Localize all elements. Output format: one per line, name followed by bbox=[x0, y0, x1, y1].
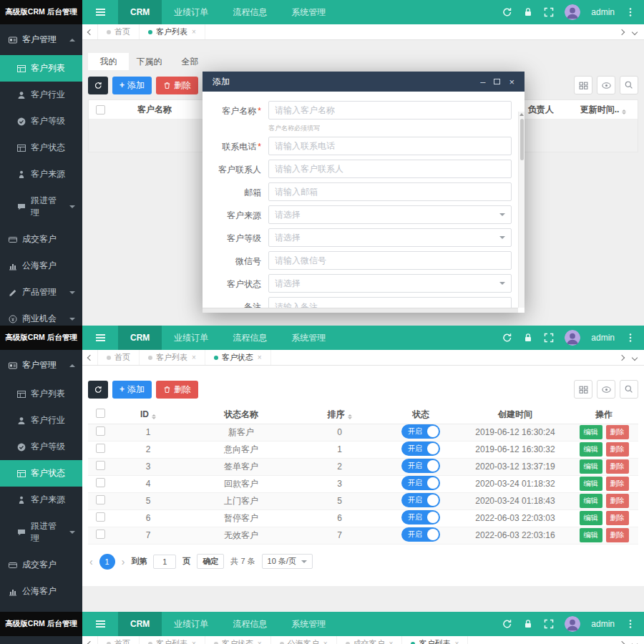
nav-item[interactable]: 流程信息 bbox=[220, 612, 279, 636]
row-checkbox[interactable] bbox=[96, 426, 105, 436]
goto-page-input[interactable]: 1 bbox=[153, 555, 176, 569]
col-status-name[interactable]: 状态名称 bbox=[184, 406, 298, 424]
delete-button[interactable]: 删除 bbox=[606, 494, 629, 508]
tabs-scroll-right[interactable] bbox=[619, 29, 625, 34]
sidebar-item-customer-level[interactable]: 客户等级 bbox=[0, 434, 82, 460]
user-avatar[interactable] bbox=[565, 616, 580, 632]
dialog-hscrollbar[interactable] bbox=[203, 308, 518, 313]
tab-close-icon[interactable]: × bbox=[192, 640, 196, 644]
page-size-select[interactable]: 10 条/页 bbox=[262, 554, 313, 569]
col-actions[interactable]: 操作 bbox=[570, 406, 638, 424]
sidebar-item-customer-source[interactable]: 客户来源 bbox=[0, 487, 82, 513]
status-toggle[interactable]: 开启 bbox=[401, 424, 440, 439]
tabs-menu-icon[interactable] bbox=[632, 354, 638, 360]
tabs-scroll-right[interactable] bbox=[619, 640, 625, 644]
sidebar-item-customer-industry[interactable]: 客户行业 bbox=[0, 407, 82, 434]
col-customer-name[interactable]: 客户名称 bbox=[112, 104, 197, 116]
col-updated[interactable]: 更新时间.. bbox=[569, 104, 638, 116]
status-toggle[interactable]: 开启 bbox=[401, 510, 440, 525]
breadcrumb-tab[interactable]: 客户列表 × bbox=[140, 24, 205, 39]
sidebar-item-deal-customers[interactable]: 成交客户 bbox=[0, 226, 82, 253]
sidebar-item-customer-list[interactable]: 客户列表 bbox=[0, 381, 82, 407]
breadcrumb-tab[interactable]: 客户列表 × bbox=[140, 636, 205, 644]
breadcrumb-tab[interactable]: 客户状态 × bbox=[205, 350, 271, 365]
customer-level-select[interactable]: 请选择 bbox=[268, 228, 512, 247]
username[interactable]: admin bbox=[591, 7, 615, 17]
status-toggle[interactable]: 开启 bbox=[401, 527, 440, 542]
columns-setting-button[interactable] bbox=[574, 380, 592, 399]
edit-button[interactable]: 编辑 bbox=[580, 477, 602, 491]
user-avatar[interactable] bbox=[565, 4, 580, 20]
menu-toggle-icon[interactable] bbox=[82, 612, 118, 636]
refresh-icon[interactable] bbox=[502, 7, 512, 17]
username[interactable]: admin bbox=[591, 619, 615, 629]
sidebar-item-customer-status[interactable]: 客户状态 bbox=[0, 135, 82, 161]
more-menu-icon[interactable] bbox=[625, 333, 635, 343]
sidebar-group-customer-mgmt[interactable]: 客户管理 bbox=[0, 24, 82, 55]
sidebar-item-customer-industry[interactable]: 客户行业 bbox=[0, 82, 82, 108]
username[interactable]: admin bbox=[591, 333, 615, 343]
dialog-header[interactable]: 添加 bbox=[203, 72, 525, 92]
tabs-menu-icon[interactable] bbox=[632, 29, 638, 34]
edit-button[interactable]: 编辑 bbox=[580, 528, 602, 542]
add-button[interactable]: 添加 bbox=[112, 381, 152, 399]
tab-close-icon[interactable]: × bbox=[258, 640, 262, 644]
nav-item[interactable]: CRM bbox=[118, 0, 162, 24]
nav-item[interactable]: 系统管理 bbox=[279, 0, 338, 24]
delete-button[interactable]: 删除 bbox=[606, 511, 629, 525]
nav-item[interactable]: 系统管理 bbox=[279, 326, 338, 350]
refresh-button[interactable] bbox=[88, 381, 108, 399]
breadcrumb-tab[interactable]: 客户列表 × bbox=[140, 350, 205, 365]
phone-input[interactable]: 请输入联系电话 bbox=[268, 137, 512, 155]
edit-button[interactable]: 编辑 bbox=[580, 425, 602, 439]
minimize-icon[interactable] bbox=[480, 77, 485, 87]
confirm-button[interactable]: 确定 bbox=[197, 554, 224, 569]
select-all-checkbox[interactable] bbox=[96, 105, 105, 114]
delete-button[interactable]: 删除 bbox=[606, 528, 629, 542]
menu-toggle-icon[interactable] bbox=[82, 326, 118, 350]
columns-setting-button[interactable] bbox=[574, 76, 592, 94]
sidebar-item-followup-mgmt[interactable]: 跟进管理 bbox=[0, 187, 82, 226]
row-checkbox[interactable] bbox=[96, 461, 105, 470]
refresh-icon[interactable] bbox=[502, 619, 512, 629]
lock-icon[interactable] bbox=[523, 619, 533, 629]
tabs-scroll-left[interactable] bbox=[82, 350, 98, 365]
delete-button[interactable]: 删除 bbox=[606, 477, 629, 491]
breadcrumb-tab[interactable]: 客户列表 × bbox=[402, 636, 468, 644]
tab-close-icon[interactable]: × bbox=[389, 640, 394, 644]
status-toggle[interactable]: 开启 bbox=[401, 459, 440, 473]
next-page-icon[interactable]: › bbox=[122, 556, 125, 567]
more-menu-icon[interactable] bbox=[625, 7, 635, 17]
row-checkbox[interactable] bbox=[96, 512, 105, 522]
visibility-button[interactable] bbox=[597, 76, 615, 94]
breadcrumb-tab[interactable]: 首页 bbox=[98, 24, 140, 39]
dialog-scrollbar[interactable] bbox=[518, 112, 525, 308]
nav-item[interactable]: CRM bbox=[118, 326, 162, 350]
more-menu-icon[interactable] bbox=[625, 619, 635, 629]
tabs-scroll-left[interactable] bbox=[82, 636, 98, 644]
refresh-icon[interactable] bbox=[502, 333, 512, 343]
row-checkbox[interactable] bbox=[96, 530, 105, 539]
row-checkbox[interactable] bbox=[96, 478, 105, 487]
edit-button[interactable]: 编辑 bbox=[580, 511, 602, 525]
maximize-icon[interactable] bbox=[494, 79, 500, 84]
col-status[interactable]: 状态 bbox=[381, 406, 461, 424]
nav-item[interactable]: 流程信息 bbox=[220, 0, 279, 24]
contact-person-input[interactable]: 请输入客户联系人 bbox=[268, 160, 512, 178]
customer-status-select[interactable]: 请选择 bbox=[268, 274, 512, 293]
breadcrumb-tab[interactable]: 成交客户 × bbox=[337, 636, 403, 644]
search-button[interactable] bbox=[620, 380, 638, 399]
scroll-up-icon[interactable] bbox=[519, 113, 524, 116]
delete-button[interactable]: 删除 bbox=[606, 425, 629, 439]
refresh-button[interactable] bbox=[88, 77, 108, 94]
status-toggle[interactable]: 开启 bbox=[401, 476, 440, 490]
fullscreen-icon[interactable] bbox=[544, 619, 554, 629]
tabs-menu-icon[interactable] bbox=[632, 640, 638, 644]
status-toggle[interactable]: 开启 bbox=[401, 493, 440, 507]
lock-icon[interactable] bbox=[523, 7, 533, 17]
status-toggle[interactable]: 开启 bbox=[401, 441, 440, 456]
wechat-input[interactable]: 请输入微信号 bbox=[268, 251, 512, 270]
sidebar-item-business-opportunity[interactable]: 商业机会 bbox=[0, 306, 82, 326]
col-created[interactable]: 创建时间 bbox=[461, 406, 570, 424]
nav-item[interactable]: 业绩订单 bbox=[162, 0, 220, 24]
